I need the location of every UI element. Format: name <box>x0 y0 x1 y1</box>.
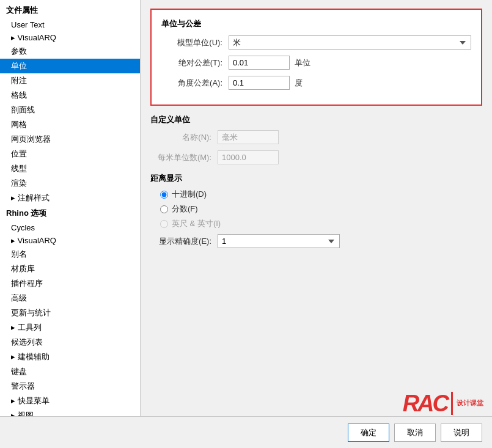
model-unit-dropdown[interactable]: 毫米厘米米千米英寸英尺 <box>229 35 471 50</box>
dialog: 文件属性User Text▸ VisualARQ参数单位附注格线剖面线网格网页浏… <box>0 0 492 448</box>
radio-fraction[interactable] <box>160 205 168 213</box>
radio-fraction-label: 分数(F) <box>172 204 198 215</box>
angle-tolerance-unit: 度 <box>295 78 303 89</box>
rac-divider <box>451 392 453 415</box>
help-button[interactable]: 说明 <box>441 424 482 442</box>
precision-dropdown[interactable]: 00.00.000.00011/21/41/8 <box>218 234 340 248</box>
abs-tolerance-input[interactable] <box>229 56 290 70</box>
units-tolerance-section: 单位与公差 模型单位(U): 毫米厘米米千米英寸英尺 绝对公差(T): 单位 角… <box>150 9 482 106</box>
sidebar: 文件属性User Text▸ VisualARQ参数单位附注格线剖面线网格网页浏… <box>0 0 141 416</box>
angle-tolerance-input[interactable] <box>229 76 290 90</box>
sidebar-item-位置[interactable]: 位置 <box>0 147 140 161</box>
sidebar-item-剖面线[interactable]: 剖面线 <box>0 103 140 117</box>
rac-subtext: 设计课堂 <box>457 398 483 408</box>
model-unit-control: 毫米厘米米千米英寸英尺 <box>229 35 471 50</box>
custom-name-input <box>218 130 279 144</box>
precision-control: 00.00.000.00011/21/41/8 <box>218 234 340 248</box>
sidebar-item-VisualARQ[interactable]: ▸ VisualARQ <box>0 31 140 44</box>
sidebar-section-header: Rhino 选项 <box>0 205 140 221</box>
radio-decimal[interactable] <box>160 191 168 199</box>
sidebar-item-警示器[interactable]: 警示器 <box>0 379 140 394</box>
sidebar-section-header: 文件属性 <box>0 2 140 18</box>
watermark: RAC 设计课堂 <box>403 392 483 415</box>
model-unit-label: 模型单位(U): <box>161 37 229 48</box>
sidebar-item-视图[interactable]: ▸ 视图 <box>0 408 140 416</box>
sidebar-item-更新与统计[interactable]: 更新与统计 <box>0 306 140 320</box>
sidebar-item-建模辅助[interactable]: ▸ 建模辅助 <box>0 350 140 364</box>
sidebar-item-高级[interactable]: 高级 <box>0 291 140 306</box>
abs-tolerance-label: 绝对公差(T): <box>161 57 229 68</box>
precision-row: 显示精确度(E): 00.00.000.00011/21/41/8 <box>150 234 482 248</box>
radio-decimal-label: 十进制(D) <box>172 189 207 200</box>
sidebar-item-注解样式[interactable]: ▸ 注解样式 <box>0 191 140 205</box>
dialog-body: 文件属性User Text▸ VisualARQ参数单位附注格线剖面线网格网页浏… <box>0 0 492 416</box>
custom-name-row: 名称(N): <box>150 130 482 144</box>
per-meter-label: 每米单位数(M): <box>150 152 218 163</box>
sidebar-item-工具列[interactable]: ▸ 工具列 <box>0 320 140 335</box>
distance-display-title: 距离显示 <box>150 173 482 184</box>
sidebar-item-User Text[interactable]: User Text <box>0 18 140 31</box>
abs-tolerance-row: 绝对公差(T): 单位 <box>161 56 471 70</box>
angle-tolerance-row: 角度公差(A): 度 <box>161 76 471 90</box>
custom-unit-section: 自定义单位 名称(N): 每米单位数(M): <box>150 114 482 164</box>
distance-display-section: 距离显示 十进制(D) 分数(F) 英尺 & 英寸(I) 显示精确度(E): <box>150 173 482 248</box>
sidebar-item-插件程序[interactable]: 插件程序 <box>0 276 140 291</box>
sidebar-item-网页浏览器[interactable]: 网页浏览器 <box>0 132 140 147</box>
radio-feet-inches <box>160 220 168 228</box>
precision-label: 显示精确度(E): <box>150 236 218 247</box>
sidebar-item-参数[interactable]: 参数 <box>0 44 140 59</box>
radio-decimal-row: 十进制(D) <box>150 189 482 200</box>
radio-feet-inches-label: 英尺 & 英寸(I) <box>172 218 221 229</box>
sidebar-item-线型[interactable]: 线型 <box>0 161 140 176</box>
sidebar-item-VisualARQ[interactable]: ▸ VisualARQ <box>0 234 140 247</box>
angle-tolerance-label: 角度公差(A): <box>161 78 229 89</box>
per-meter-input <box>218 150 279 164</box>
sidebar-item-快显菜单[interactable]: ▸ 快显菜单 <box>0 394 140 408</box>
bottom-bar: RAC 设计课堂 确定 取消 说明 <box>0 416 492 448</box>
rac-letters: RAC <box>403 392 447 415</box>
sidebar-item-单位[interactable]: 单位 <box>0 59 140 73</box>
main-content: 单位与公差 模型单位(U): 毫米厘米米千米英寸英尺 绝对公差(T): 单位 角… <box>141 0 492 416</box>
model-unit-row: 模型单位(U): 毫米厘米米千米英寸英尺 <box>161 35 471 50</box>
per-meter-row: 每米单位数(M): <box>150 150 482 164</box>
sidebar-item-渲染[interactable]: 渲染 <box>0 176 140 191</box>
sidebar-item-候选列表[interactable]: 候选列表 <box>0 335 140 350</box>
radio-feet-row: 英尺 & 英寸(I) <box>150 218 482 229</box>
ok-button[interactable]: 确定 <box>348 424 389 442</box>
sidebar-item-格线[interactable]: 格线 <box>0 88 140 103</box>
abs-tolerance-unit: 单位 <box>295 57 310 68</box>
sidebar-item-别名[interactable]: 别名 <box>0 247 140 262</box>
custom-unit-title: 自定义单位 <box>150 114 482 125</box>
sidebar-item-材质库[interactable]: 材质库 <box>0 262 140 276</box>
custom-name-label: 名称(N): <box>150 132 218 143</box>
sidebar-item-Cycles[interactable]: Cycles <box>0 221 140 234</box>
rac-logo-container: RAC 设计课堂 <box>403 392 483 415</box>
cancel-button[interactable]: 取消 <box>394 424 436 442</box>
units-tolerance-title: 单位与公差 <box>161 18 471 29</box>
sidebar-item-附注[interactable]: 附注 <box>0 73 140 88</box>
sidebar-item-网格[interactable]: 网格 <box>0 117 140 132</box>
sidebar-item-键盘[interactable]: 键盘 <box>0 364 140 379</box>
radio-fraction-row: 分数(F) <box>150 204 482 215</box>
